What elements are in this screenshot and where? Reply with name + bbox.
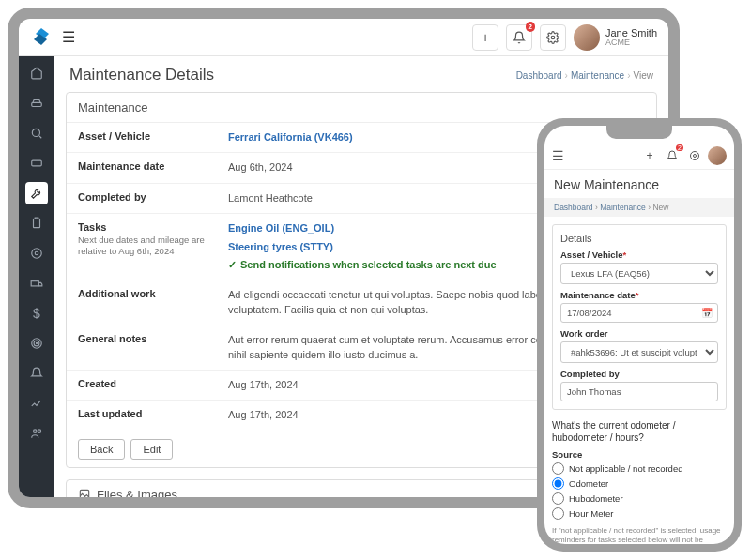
field-label: Work order: [560, 328, 718, 339]
avatar: [574, 24, 600, 51]
nav-clipboard-icon[interactable]: [25, 212, 48, 235]
field-label: Created: [78, 378, 228, 392]
notifications-button[interactable]: 2: [663, 146, 682, 165]
nav-search-icon[interactable]: [25, 122, 48, 144]
check-icon: ✓: [228, 258, 237, 272]
svg-point-12: [38, 430, 41, 433]
top-bar: ☰ + 2 Jane Smith ACME: [19, 19, 668, 56]
svg-point-11: [34, 430, 38, 433]
avatar[interactable]: [708, 146, 727, 165]
back-button[interactable]: Back: [78, 439, 125, 460]
field-label: General notes: [78, 333, 228, 362]
field-label: Completed by: [560, 369, 718, 379]
field-label: Additional work: [78, 288, 228, 317]
radio-option[interactable]: Hour Meter: [552, 507, 727, 520]
svg-point-15: [691, 152, 699, 160]
svg-point-0: [551, 36, 555, 39]
asset-select[interactable]: Lexus LFA (EAQ56): [560, 263, 718, 284]
field-label: Maintenance date*: [560, 290, 718, 300]
nav-vehicle-icon[interactable]: [25, 92, 48, 114]
menu-toggle-icon[interactable]: ☰: [62, 28, 75, 46]
notification-badge: 2: [676, 144, 683, 151]
breadcrumb-link[interactable]: Maintenance: [571, 70, 624, 81]
nav-chart-icon[interactable]: [25, 392, 48, 415]
breadcrumb: Dashboard›Maintenance›View: [516, 70, 653, 81]
breadcrumb-link[interactable]: Dashboard: [516, 70, 562, 81]
radio-option[interactable]: Odometer: [552, 477, 727, 490]
edit-button[interactable]: Edit: [130, 439, 173, 460]
svg-point-6: [32, 249, 42, 259]
field-label: Source: [544, 449, 734, 460]
date-input[interactable]: [560, 303, 718, 323]
nav-bell-icon[interactable]: [25, 362, 48, 385]
nav-gear-icon[interactable]: [25, 242, 48, 265]
field-label: Last updated: [78, 408, 228, 422]
app-logo: [30, 26, 53, 49]
user-name: Jane Smith: [605, 27, 657, 38]
nav-shipping-icon[interactable]: [25, 272, 48, 295]
add-button[interactable]: +: [640, 146, 659, 165]
field-sublabel: Next due dates and mileage are relative …: [78, 235, 228, 256]
odometer-question: What's the current odometer / hubodomete…: [552, 419, 727, 444]
nav-home-icon[interactable]: [25, 62, 48, 84]
svg-rect-1: [32, 102, 42, 106]
phone-notch: [606, 126, 672, 139]
details-section: Details Asset / Vehicle* Lexus LFA (EAQ5…: [552, 224, 727, 410]
svg-point-14: [694, 155, 697, 158]
svg-rect-3: [32, 160, 42, 166]
svg-point-10: [36, 342, 37, 343]
menu-toggle-icon[interactable]: ☰: [552, 148, 564, 163]
settings-button[interactable]: [540, 24, 566, 51]
page-title: Maintenance Details: [69, 66, 214, 84]
phone-screen: ☰ + 2 New Maintenance Dashboard › Mainte…: [544, 126, 734, 544]
phone-device: ☰ + 2 New Maintenance Dashboard › Mainte…: [537, 118, 742, 552]
source-radio-group: Not applicable / not recorded Odometer H…: [544, 462, 734, 520]
svg-rect-7: [31, 281, 38, 286]
nav-target-icon[interactable]: [25, 332, 48, 355]
asset-link[interactable]: Ferrari California (VK466): [228, 131, 353, 143]
completed-by-input[interactable]: [560, 382, 718, 401]
phone-top-bar: ☰ + 2: [544, 143, 734, 170]
nav-ticket-icon[interactable]: [25, 152, 48, 174]
radio-option[interactable]: Not applicable / not recorded: [552, 462, 727, 475]
breadcrumb-link[interactable]: Maintenance: [600, 203, 646, 212]
svg-point-5: [35, 251, 38, 255]
user-menu[interactable]: Jane Smith ACME: [574, 24, 657, 51]
svg-rect-4: [34, 219, 40, 227]
user-org: ACME: [605, 38, 657, 48]
breadcrumb: Dashboard › Maintenance › New: [544, 198, 734, 217]
notification-badge: 2: [526, 22, 535, 32]
workorder-select[interactable]: #ahk53696: Ut et suscipit voluptatibus e…: [560, 341, 718, 363]
radio-option[interactable]: Hubodometer: [552, 492, 727, 505]
hint-text: If "not applicable / not recorded" is se…: [544, 522, 734, 544]
breadcrumb-current: New: [652, 203, 668, 212]
page-title: New Maintenance: [544, 170, 734, 198]
field-label: Maintenance date: [78, 160, 228, 174]
calendar-icon[interactable]: 📅: [701, 308, 713, 318]
field-label: Asset / Vehicle*: [560, 250, 718, 260]
breadcrumb-current: View: [634, 70, 654, 81]
field-label: Completed by: [78, 191, 228, 205]
breadcrumb-link[interactable]: Dashboard: [554, 203, 593, 212]
notifications-button[interactable]: 2: [506, 24, 532, 51]
sidebar: $: [19, 56, 54, 497]
files-icon: [78, 488, 91, 497]
field-label: TasksNext due dates and mileage are rela…: [78, 221, 228, 272]
svg-point-2: [32, 129, 39, 136]
section-title: Details: [560, 233, 718, 244]
add-button[interactable]: +: [472, 24, 498, 51]
field-label: Asset / Vehicle: [78, 130, 228, 144]
nav-users-icon[interactable]: [25, 422, 48, 445]
settings-button[interactable]: [685, 146, 704, 165]
nav-maintenance-icon[interactable]: [25, 182, 48, 204]
nav-money-icon[interactable]: $: [25, 302, 48, 325]
